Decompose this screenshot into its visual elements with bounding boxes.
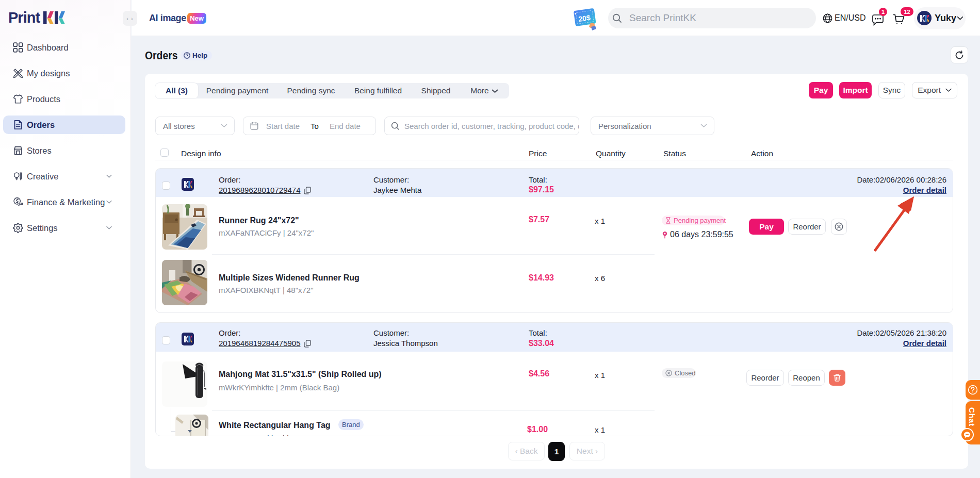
svg-text:Print: Print xyxy=(9,10,40,25)
svg-text:20$: 20$ xyxy=(578,13,591,23)
